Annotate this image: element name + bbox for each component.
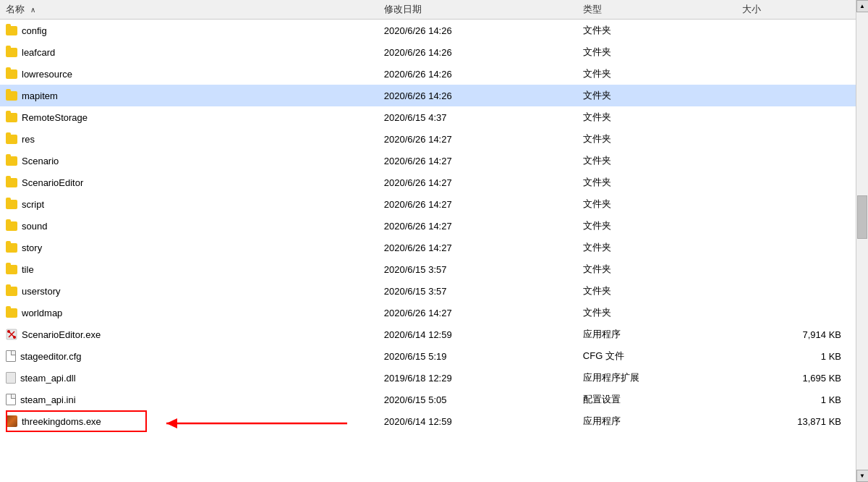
file-modified: 2020/6/26 14:27 [378, 215, 577, 237]
file-name: ScenarioEditor [22, 177, 83, 188]
exe-icon [6, 329, 17, 340]
file-size [736, 63, 856, 85]
scrollbar-thumb[interactable] [857, 195, 867, 239]
file-size [736, 20, 856, 42]
file-size [736, 172, 856, 193]
folder-icon [6, 221, 17, 231]
folder-icon [6, 156, 17, 166]
file-name-cell: steam_api.ini [0, 389, 378, 410]
file-type: 文件夹 [577, 85, 736, 106]
file-type: 文件夹 [577, 63, 736, 85]
table-row[interactable]: res2020/6/26 14:27文件夹 [0, 128, 856, 150]
file-modified: 2020/6/26 14:27 [378, 302, 577, 324]
file-type: 文件夹 [577, 302, 736, 324]
file-name-cell: tile [0, 258, 378, 280]
file-modified: 2020/6/15 3:57 [378, 258, 577, 280]
file-name: config [22, 25, 47, 36]
table-row[interactable]: mapitem2020/6/26 14:26文件夹 [0, 85, 856, 106]
file-name-cell: steam_api.dll [0, 367, 378, 389]
table-row[interactable]: config2020/6/26 14:26文件夹 [0, 20, 856, 42]
file-size [736, 41, 856, 63]
file-type: 应用程序扩展 [577, 367, 736, 389]
folder-icon [6, 265, 17, 274]
folder-icon [6, 69, 17, 79]
table-row[interactable]: leafcard2020/6/26 14:26文件夹 [0, 41, 856, 63]
folder-icon [6, 26, 17, 35]
table-row[interactable]: worldmap2020/6/26 14:27文件夹 [0, 302, 856, 324]
table-row[interactable]: sound2020/6/26 14:27文件夹 [0, 215, 856, 237]
table-row[interactable]: steam_api.dll2019/6/18 12:29应用程序扩展1,695 … [0, 367, 856, 389]
table-row[interactable]: Scenario2020/6/26 14:27文件夹 [0, 150, 856, 172]
folder-icon [6, 243, 17, 253]
file-type: 文件夹 [577, 106, 736, 128]
table-row[interactable]: stageeditor.cfg2020/6/15 5:19CFG 文件1 KB [0, 345, 856, 367]
file-type: 文件夹 [577, 20, 736, 42]
file-modified: 2020/6/26 14:27 [378, 237, 577, 258]
file-name-cell: lowresource [0, 63, 378, 85]
file-modified: 2020/6/26 14:26 [378, 41, 577, 63]
file-size [736, 128, 856, 150]
file-size [736, 106, 856, 128]
file-name: script [22, 199, 44, 210]
file-name: RemoteStorage [22, 112, 88, 123]
file-type: 配置设置 [577, 389, 736, 410]
file-size [736, 280, 856, 302]
file-name: stageeditor.cfg [20, 351, 82, 362]
file-name-cell: leafcard [0, 41, 378, 63]
table-row[interactable]: RemoteStorage2020/6/15 4:37文件夹 [0, 106, 856, 128]
file-type: 应用程序 [577, 324, 736, 345]
folder-icon [6, 91, 17, 101]
file-name-cell: RemoteStorage [0, 106, 378, 128]
scroll-down-btn[interactable]: ▼ [856, 470, 869, 482]
file-name: leafcard [22, 47, 55, 58]
folder-icon [6, 308, 17, 318]
file-size: 7,914 KB [736, 324, 856, 345]
file-name: steam_api.dll [20, 373, 76, 384]
table-wrapper: 名称 ∧ 修改日期 类型 大小 config2020/6/26 14:26文件夹… [0, 0, 856, 482]
table-row[interactable]: lowresource2020/6/26 14:26文件夹 [0, 63, 856, 85]
file-type: 应用程序 [577, 410, 736, 432]
file-type: 文件夹 [577, 41, 736, 63]
file-modified: 2020/6/14 12:59 [378, 410, 577, 432]
file-name-cell: threekingdoms.exe [0, 410, 378, 432]
file-explorer: 名称 ∧ 修改日期 类型 大小 config2020/6/26 14:26文件夹… [0, 0, 868, 482]
table-row[interactable]: ScenarioEditor.exe2020/6/14 12:59应用程序7,9… [0, 324, 856, 345]
folder-icon [6, 48, 17, 57]
file-name: threekingdoms.exe [22, 416, 101, 427]
col-name[interactable]: 名称 ∧ [0, 0, 378, 20]
scrollbar[interactable]: ▲ ▼ [856, 0, 868, 482]
table-row[interactable]: ScenarioEditor2020/6/26 14:27文件夹 [0, 172, 856, 193]
scroll-up-btn[interactable]: ▲ [856, 0, 869, 12]
col-modified[interactable]: 修改日期 [378, 0, 577, 20]
file-modified: 2020/6/26 14:26 [378, 63, 577, 85]
file-name-cell: ScenarioEditor [0, 172, 378, 193]
file-name-cell: sound [0, 215, 378, 237]
table-row[interactable]: steam_api.ini2020/6/15 5:05配置设置1 KB [0, 389, 856, 410]
file-modified: 2020/6/14 12:59 [378, 324, 577, 345]
file-size [736, 237, 856, 258]
col-type[interactable]: 类型 [577, 0, 736, 20]
file-modified: 2020/6/26 14:27 [378, 193, 577, 215]
file-type: 文件夹 [577, 172, 736, 193]
file-name: sound [22, 221, 47, 232]
file-name: ScenarioEditor.exe [22, 329, 101, 340]
table-row[interactable]: script2020/6/26 14:27文件夹 [0, 193, 856, 215]
file-name-cell: userstory [0, 280, 378, 302]
table-row[interactable]: userstory2020/6/15 3:57文件夹 [0, 280, 856, 302]
file-size [736, 258, 856, 280]
table-row[interactable]: story2020/6/26 14:27文件夹 [0, 237, 856, 258]
file-type: 文件夹 [577, 215, 736, 237]
file-modified: 2020/6/15 3:57 [378, 280, 577, 302]
file-table: 名称 ∧ 修改日期 类型 大小 config2020/6/26 14:26文件夹… [0, 0, 856, 432]
scrollbar-track[interactable] [856, 12, 868, 470]
col-size[interactable]: 大小 [736, 0, 856, 20]
table-row[interactable]: tile2020/6/15 3:57文件夹 [0, 258, 856, 280]
file-modified: 2020/6/15 4:37 [378, 106, 577, 128]
folder-icon [6, 135, 17, 144]
table-row[interactable]: threekingdoms.exe2020/6/14 12:59应用程序13,8… [0, 410, 856, 432]
file-name-cell: ScenarioEditor.exe [0, 324, 378, 345]
file-modified: 2020/6/26 14:26 [378, 20, 577, 42]
file-modified: 2020/6/26 14:27 [378, 128, 577, 150]
file-name-cell: worldmap [0, 302, 378, 324]
file-modified: 2020/6/26 14:27 [378, 172, 577, 193]
